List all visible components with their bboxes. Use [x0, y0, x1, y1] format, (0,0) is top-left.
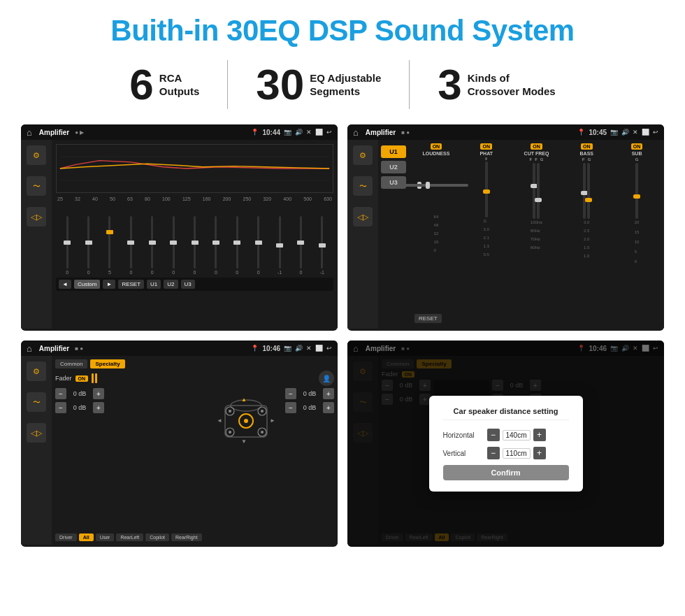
db-minus-2[interactable]: − — [55, 402, 66, 413]
slider-2[interactable]: 0 — [78, 216, 98, 275]
slider-12[interactable]: 0 — [291, 216, 310, 275]
home-icon[interactable]: ⌂ — [27, 127, 32, 138]
slider-1[interactable]: 0 — [57, 216, 77, 275]
slider-6[interactable]: 0 — [164, 216, 183, 275]
svg-text:▼: ▼ — [241, 438, 247, 445]
back-icon-3[interactable]: ↩ — [326, 345, 332, 352]
amp-reset-btn[interactable]: RESET — [414, 314, 442, 323]
home-icon-3[interactable]: ⌂ — [27, 343, 32, 354]
driver-btn[interactable]: Driver — [55, 533, 77, 541]
eq-custom-btn[interactable]: Custom — [74, 280, 101, 289]
all-btn[interactable]: All — [79, 533, 94, 541]
horizontal-plus-btn[interactable]: + — [533, 429, 546, 441]
db-plus-4[interactable]: + — [323, 402, 334, 413]
eq-u2-btn[interactable]: U2 — [164, 280, 178, 289]
user-btn[interactable]: User — [96, 533, 115, 541]
stat-number-30: 30 — [256, 63, 304, 106]
location-icon: 📍 — [251, 129, 259, 136]
db-plus-3[interactable]: + — [323, 388, 334, 399]
home-icon-2[interactable]: ⌂ — [353, 127, 359, 138]
slider-11[interactable]: -1 — [270, 216, 289, 275]
location-icon-3: 📍 — [251, 345, 259, 352]
phat-on[interactable]: ON — [480, 143, 492, 150]
slider-4[interactable]: 0 — [121, 216, 140, 275]
close-icon-2: ✕ — [633, 129, 638, 136]
db-plus-2[interactable]: + — [93, 402, 104, 413]
u3-button[interactable]: U3 — [381, 176, 406, 189]
volume-icon-3: 🔊 — [295, 345, 303, 352]
eq-u3-btn[interactable]: U3 — [181, 280, 195, 289]
fader-settings-icon[interactable]: 👤 — [319, 371, 334, 386]
eq-icon-3[interactable]: ⚙ — [27, 361, 46, 381]
slider-3[interactable]: 5 — [100, 216, 120, 275]
screen-amp: ⌂ Amplifier ■ ● 📍 10:45 📷 🔊 ✕ ⬜ ↩ ⚙ 〜 ◁▷ — [347, 124, 664, 331]
phat-slider[interactable] — [485, 162, 488, 217]
slider-8[interactable]: 0 — [206, 216, 226, 275]
volume-control-icon[interactable]: ◁▷ — [27, 207, 46, 227]
db-minus-1[interactable]: − — [55, 388, 66, 399]
u1-button[interactable]: U1 — [381, 145, 406, 158]
bass-slider-1[interactable] — [583, 163, 586, 219]
phat-col: ON PHAT G3.02.11.30.5 — [463, 143, 510, 257]
sub-on[interactable]: ON — [631, 143, 643, 150]
fader-tab-specialty[interactable]: Specialty — [90, 359, 124, 368]
slider-13[interactable]: -1 — [312, 216, 332, 275]
phat-indicator — [485, 157, 487, 160]
back-icon[interactable]: ↩ — [326, 129, 332, 136]
screen-fader: ⌂ Amplifier ■ ● 📍 10:46 📷 🔊 ✕ ⬜ ↩ ⚙ 〜 ◁▷ — [21, 341, 338, 547]
rear-left-btn[interactable]: RearLeft — [116, 533, 143, 541]
db-minus-3[interactable]: − — [285, 388, 296, 399]
vertical-minus-btn[interactable]: − — [487, 447, 500, 459]
eq-u1-btn[interactable]: U1 — [147, 280, 161, 289]
fader-label: Fader — [55, 375, 72, 382]
volume-icon: 🔊 — [295, 129, 303, 136]
volume-control-icon-3[interactable]: ◁▷ — [27, 423, 46, 443]
fader-tabs: Common Specialty — [55, 359, 334, 368]
wave-icon-2[interactable]: 〜 — [353, 176, 373, 196]
slider-10[interactable]: 0 — [249, 216, 268, 275]
left-controls-fader: ⚙ 〜 ◁▷ — [21, 356, 52, 545]
vertical-plus-btn[interactable]: + — [533, 447, 546, 459]
db-value-2: 0 dB — [69, 404, 90, 411]
u2-button[interactable]: U2 — [381, 161, 406, 173]
bass-on[interactable]: ON — [581, 143, 593, 150]
cutfreq-slider-2[interactable] — [537, 163, 540, 219]
screen-eq: ⌂ Amplifier ● ▶ 📍 10:44 📷 🔊 ✕ ⬜ ↩ ⚙ 〜 ◁▷ — [21, 124, 338, 331]
horizontal-minus-btn[interactable]: − — [487, 429, 500, 441]
bass-sliders — [583, 163, 590, 219]
status-indicators-1: ● ▶ — [75, 129, 84, 136]
sub-slider[interactable] — [635, 163, 638, 219]
cutfreq-on[interactable]: ON — [531, 143, 542, 150]
wave-icon[interactable]: 〜 — [27, 176, 46, 196]
db-minus-4[interactable]: − — [285, 402, 296, 413]
eq-icon[interactable]: ⚙ — [27, 145, 46, 165]
confirm-button[interactable]: Confirm — [443, 465, 569, 480]
db-value-3: 0 dB — [299, 390, 320, 397]
dialog-vertical-row: Vertical − 110cm + — [443, 447, 569, 459]
fader-screen-body: ⚙ 〜 ◁▷ Common Specialty Fader ON — [21, 356, 338, 545]
slider-5[interactable]: 0 — [143, 216, 162, 275]
loudness-slider-2[interactable] — [412, 184, 468, 187]
sub-scale: 20151050 — [635, 220, 640, 264]
left-controls-amp: ⚙ 〜 ◁▷ — [347, 140, 378, 329]
cutfreq-slider-1[interactable] — [533, 163, 535, 219]
copilot-btn[interactable]: Copilot — [145, 533, 169, 541]
eq-icon-2[interactable]: ⚙ — [353, 145, 373, 165]
eq-prev-btn[interactable]: ◄ — [59, 280, 71, 289]
slider-7[interactable]: 0 — [185, 216, 204, 275]
wave-icon-3[interactable]: 〜 — [27, 392, 46, 412]
amp-main: ON LOUDNESS 6448321 — [409, 140, 664, 329]
db-plus-1[interactable]: + — [93, 388, 104, 399]
sub-col: ON SUB G 20151050 — [613, 143, 661, 264]
eq-next-btn[interactable]: ► — [103, 280, 115, 289]
fader-tab-common[interactable]: Common — [55, 359, 87, 368]
fader-on-label[interactable]: ON — [75, 375, 89, 382]
loudness-on[interactable]: ON — [431, 143, 442, 150]
bass-slider-2[interactable] — [587, 163, 590, 219]
back-icon-2[interactable]: ↩ — [653, 129, 658, 136]
eq-reset-btn[interactable]: RESET — [118, 280, 144, 289]
volume-control-icon-2[interactable]: ◁▷ — [353, 207, 373, 227]
rear-right-btn[interactable]: RearRight — [171, 533, 202, 541]
svg-text:►: ► — [270, 417, 275, 424]
slider-9[interactable]: 0 — [227, 216, 247, 275]
